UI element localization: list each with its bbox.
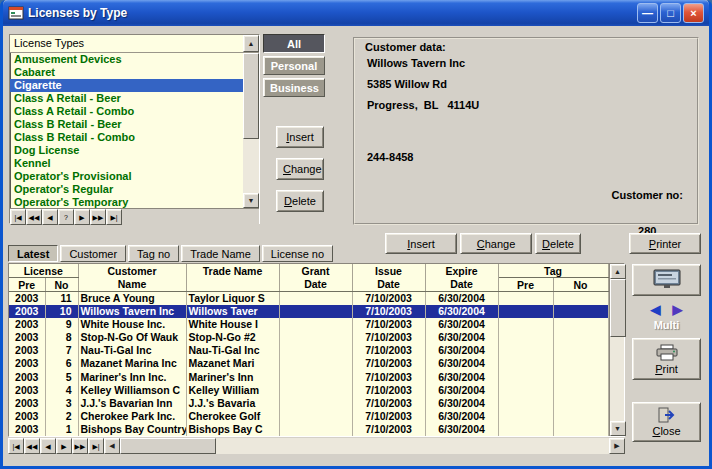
- grid-row[interactable]: 2003 5 Mariner's Inn Inc. Mariner's Inn …: [9, 370, 608, 383]
- next-record-arrow-icon[interactable]: ▶: [673, 302, 683, 317]
- cell-license-pre: 2003: [9, 357, 45, 370]
- grid-row[interactable]: 2003 2 Cherokee Park Inc. Cherokee Golf …: [9, 410, 608, 423]
- sort-tab[interactable]: Trade Name: [181, 245, 260, 262]
- hscroll-left-button[interactable]: ◀: [104, 438, 120, 454]
- minimize-button[interactable]: —: [637, 3, 658, 23]
- grid-row[interactable]: 2003 1 Bishops Bay Country Bishops Bay C…: [9, 423, 608, 436]
- license-list-scroll-thumb[interactable]: [243, 53, 259, 139]
- list-nav-button[interactable]: ▶|: [106, 209, 122, 225]
- cell-issue-date: 7/10/2003: [352, 410, 425, 423]
- col-subheader-pre[interactable]: Pre: [9, 278, 45, 292]
- filter-button[interactable]: Business: [263, 78, 325, 97]
- col-subheader-no[interactable]: No: [45, 278, 78, 292]
- grid-row[interactable]: 2003 10 Willows Tavern Inc Willows Taver…: [9, 305, 608, 318]
- grid-row[interactable]: 2003 7 Nau-Ti-Gal Inc Nau-Ti-Gal Inc 7/1…: [9, 344, 608, 357]
- grid-row[interactable]: 2003 11 Bruce A Young Taylor Liquor S 7/…: [9, 292, 608, 306]
- printer-button[interactable]: Printer: [629, 233, 701, 254]
- col-subheader-issue-date[interactable]: Date: [352, 278, 425, 292]
- grid-row[interactable]: 2003 3 J.J.'s Bavarian Inn J.J.'s Bavari…: [9, 397, 608, 410]
- grid-delete-button[interactable]: Delete: [535, 233, 581, 254]
- col-subheader-expire-date[interactable]: Date: [425, 278, 498, 292]
- sort-tab[interactable]: License no: [262, 245, 333, 262]
- col-subheader-tag-no[interactable]: No: [553, 278, 608, 292]
- grid-scroll-thumb[interactable]: [610, 279, 626, 337]
- grid-nav-button[interactable]: ▶▶: [72, 438, 88, 454]
- license-type-item[interactable]: Kennel: [10, 157, 243, 170]
- license-type-item[interactable]: Operator's Temporary: [10, 196, 243, 208]
- grid-scrollbar[interactable]: ▲ ▼: [609, 264, 624, 436]
- sort-tab[interactable]: Customer: [60, 245, 126, 262]
- hscroll-right-button[interactable]: ▶: [609, 438, 625, 454]
- delete-button[interactable]: Delete: [276, 190, 324, 212]
- customer-phone: 244-8458: [367, 151, 414, 163]
- license-type-item[interactable]: Class A Retail - Combo: [10, 105, 243, 118]
- license-type-item[interactable]: Class B Retail - Combo: [10, 131, 243, 144]
- list-nav-button[interactable]: ◀◀: [26, 209, 42, 225]
- close-window-button[interactable]: Close: [632, 402, 701, 442]
- hscroll-thumb[interactable]: [120, 438, 216, 454]
- grid-hscrollbar[interactable]: ◀ ▶: [104, 438, 625, 454]
- col-header-trade-name[interactable]: Trade Name: [186, 264, 279, 278]
- license-type-item[interactable]: Cigarette: [10, 79, 243, 92]
- change-button[interactable]: Change: [276, 158, 324, 180]
- col-header-tag[interactable]: Tag: [498, 264, 608, 278]
- license-type-item[interactable]: Amusement Devices: [10, 53, 243, 66]
- col-header-customer[interactable]: Customer: [78, 264, 186, 278]
- maximize-button[interactable]: □: [660, 3, 681, 23]
- sort-tab[interactable]: Latest: [8, 245, 58, 262]
- list-nav-button[interactable]: |◀: [10, 209, 26, 225]
- license-types-listbox: License Types ▲ Amusement Devices Cabare…: [9, 34, 260, 224]
- col-header-issue[interactable]: Issue: [352, 264, 425, 278]
- license-types-sort-header[interactable]: License Types: [10, 35, 243, 52]
- license-type-item[interactable]: Cabaret: [10, 66, 243, 79]
- cell-tag-no: [553, 344, 608, 357]
- print-button[interactable]: Print: [632, 338, 701, 380]
- cell-grant-date: [279, 357, 352, 370]
- col-subheader-grant-date[interactable]: Date: [279, 278, 352, 292]
- list-nav-button[interactable]: ◀: [42, 209, 58, 225]
- cell-customer-name: Nau-Ti-Gal Inc: [78, 344, 186, 357]
- cell-trade-name: J.J.'s Bavaria: [186, 397, 279, 410]
- cell-customer-name: Mariner's Inn Inc.: [78, 370, 186, 383]
- grid-change-button[interactable]: Change: [460, 233, 532, 254]
- list-nav-button[interactable]: ?: [58, 209, 74, 225]
- col-header-license[interactable]: License: [9, 264, 78, 278]
- hscroll-track[interactable]: [120, 438, 609, 454]
- grid-nav-button[interactable]: ▶: [56, 438, 72, 454]
- grid-row[interactable]: 2003 6 Mazanet Marina Inc Mazanet Mari 7…: [9, 357, 608, 370]
- grid-nav-button[interactable]: |◀: [8, 438, 24, 454]
- grid-row[interactable]: 2003 4 Kelley Williamson C Kelley Willia…: [9, 384, 608, 397]
- preview-button[interactable]: [632, 264, 701, 296]
- filter-button[interactable]: Personal: [263, 56, 325, 75]
- grid-row[interactable]: 2003 9 White House Inc. White House I 7/…: [9, 318, 608, 331]
- license-type-item[interactable]: Operator's Regular: [10, 183, 243, 196]
- col-subheader-name[interactable]: Name: [78, 278, 186, 292]
- col-subheader-tag-pre[interactable]: Pre: [498, 278, 553, 292]
- list-scroll-up-button[interactable]: ▲: [243, 35, 259, 52]
- list-nav-button[interactable]: ▶▶: [90, 209, 106, 225]
- grid-scroll-up-button[interactable]: ▲: [610, 264, 626, 279]
- list-nav-button[interactable]: ▶: [74, 209, 90, 225]
- prev-record-arrow-icon[interactable]: ◀: [651, 302, 661, 317]
- grid-nav-button[interactable]: ▶|: [88, 438, 104, 454]
- grid-nav-button[interactable]: ◀◀: [24, 438, 40, 454]
- cell-tag-pre: [498, 318, 553, 331]
- grid-nav-button[interactable]: ◀: [40, 438, 56, 454]
- col-header-grant[interactable]: Grant: [279, 264, 352, 278]
- license-type-item[interactable]: Class B Retail - Beer: [10, 118, 243, 131]
- license-type-item[interactable]: Dog License: [10, 144, 243, 157]
- grid-scroll-down-button[interactable]: ▼: [610, 421, 626, 436]
- sort-tab[interactable]: Tag no: [128, 245, 179, 262]
- cell-license-no: 4: [45, 384, 78, 397]
- cell-tag-no: [553, 397, 608, 410]
- close-button[interactable]: ×: [683, 3, 704, 23]
- license-type-item[interactable]: Operator's Provisional: [10, 170, 243, 183]
- list-scroll-down-button[interactable]: ▼: [243, 193, 259, 208]
- grid-row[interactable]: 2003 8 Stop-N-Go Of Wauk Stop-N-Go #2 7/…: [9, 331, 608, 344]
- grid-insert-button[interactable]: Insert: [385, 233, 457, 254]
- license-list-scrollbar[interactable]: ▼: [243, 53, 259, 208]
- filter-button[interactable]: All: [263, 34, 325, 53]
- license-type-item[interactable]: Class A Retail - Beer: [10, 92, 243, 105]
- col-header-expire[interactable]: Expire: [425, 264, 498, 278]
- insert-button[interactable]: Insert: [276, 126, 324, 148]
